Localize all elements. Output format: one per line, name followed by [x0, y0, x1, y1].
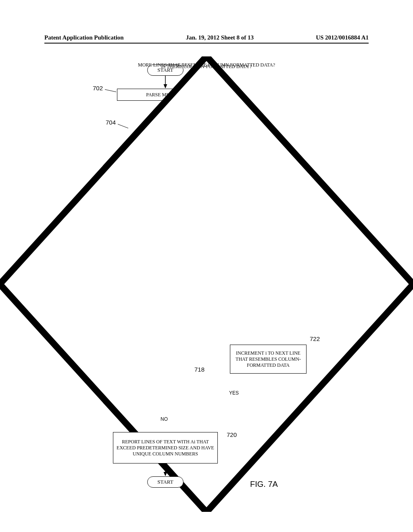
- ref-720-text: 720: [227, 431, 237, 438]
- ref-722: 722: [310, 335, 320, 342]
- header-left: Patent Application Publication: [44, 34, 124, 41]
- text-722: INCREMENT i TO NEXT LINE THAT RESEMBLES …: [233, 350, 304, 368]
- text-718: MORE LINES THAT RESEMBLE COLUMN FORMATTE…: [138, 62, 275, 68]
- yes-718: YES: [229, 390, 239, 396]
- ref-720: 720: [227, 431, 237, 438]
- page-header: Patent Application Publication Jan. 19, …: [44, 34, 369, 44]
- header-right: US 2012/0016884 A1: [316, 34, 369, 41]
- text-720: REPORT LINES OF TEXT WITH Ai THAT EXCEED…: [116, 439, 215, 457]
- end-label: START: [157, 479, 173, 485]
- ref-718: 718: [194, 366, 204, 373]
- figure-label: FIG. 7A: [250, 480, 278, 489]
- label-718-no: NO: [160, 416, 169, 422]
- process-722: INCREMENT i TO NEXT LINE THAT RESEMBLES …: [230, 345, 307, 374]
- flowchart: START PARSE MESSAGE 702 IS THERE COLUMN-…: [0, 56, 413, 512]
- figure-text: FIG. 7A: [250, 480, 278, 488]
- process-720: REPORT LINES OF TEXT WITH Ai THAT EXCEED…: [113, 432, 218, 463]
- label-718-yes: YES: [228, 390, 240, 396]
- no-718: NO: [161, 416, 168, 422]
- header-center: Jan. 19, 2012 Sheet 8 of 13: [186, 34, 254, 41]
- ref-722-text: 722: [310, 335, 320, 342]
- ref-718-text: 718: [194, 366, 204, 373]
- end-terminator: START: [147, 476, 184, 488]
- decision-718: MORE LINES THAT RESEMBLE COLUMN FORMATTE…: [0, 85, 105, 116]
